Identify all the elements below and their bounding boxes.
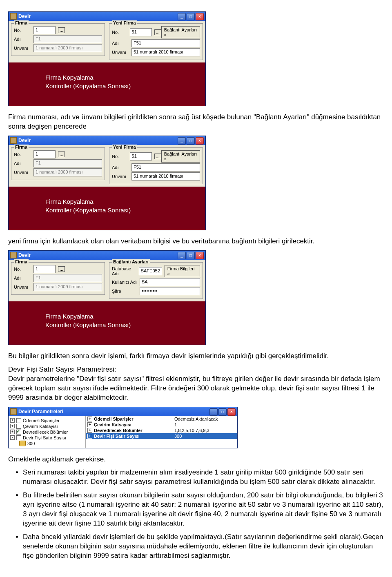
maximize-button[interactable]: □ [218, 408, 227, 416]
kul-input[interactable]: SA [140, 278, 200, 286]
checkbox-icon[interactable] [16, 435, 21, 440]
yadi-label: Adı [112, 165, 131, 170]
adi-input: F1 [33, 35, 102, 43]
param-label: Ödemeli Siparişler [94, 417, 174, 421]
expand-icon[interactable]: + [87, 428, 92, 433]
tree-label: Devir Fişi Satır Sayısı [23, 435, 66, 440]
maroon-line-1: Firma Kopyalama [45, 74, 201, 81]
list-item-3: Daha önceki yıllardaki devir işlemleri d… [23, 532, 384, 561]
unvani-label: Unvanı [14, 285, 33, 290]
sifre-label: Şifre [112, 289, 140, 294]
close-button[interactable]: × [196, 137, 204, 145]
minimize-button[interactable]: _ [209, 408, 218, 416]
tree-label: 300 [27, 441, 35, 446]
kul-label: Kullanıcı Adı [112, 280, 140, 285]
no-picker-button[interactable]: ... [58, 27, 65, 33]
firma-fieldset: Firma No.1... AdıF1 Unvanı1 numaralı 200… [11, 147, 105, 180]
param-value: 1,8,2,5,10,7,6,9,3 [174, 428, 236, 433]
paragraph-4-title: Devir Fişi Satır Sayısı Parametresi: [8, 365, 384, 374]
paragraph-4-body: Devir parametrelerine "Devir fişi satır … [8, 374, 384, 403]
no-label: No. [14, 152, 33, 157]
yunvani-label: Unvanı [112, 50, 131, 55]
yadi-input[interactable]: F51 [131, 39, 200, 47]
titlebar-params[interactable]: Devir Parametreleri _ □ × [9, 407, 237, 416]
maximize-button[interactable]: □ [187, 252, 195, 259]
maroon-line-1: Firma Kopyalama [45, 198, 201, 205]
baglanti-fieldset: Bağlantı Ayarları Database AdıSAFE052Fir… [109, 262, 203, 299]
expand-icon[interactable]: + [10, 418, 15, 423]
baglanti-ayarlari-button[interactable]: Bağlantı Ayarları » [161, 26, 200, 38]
param-row-bolumler[interactable]: +Devredilecek Bölümler1,8,2,5,10,7,6,9,3 [86, 428, 237, 433]
titlebar-3[interactable]: Devir _ □ × [9, 251, 205, 260]
firma-legend: Firma [14, 145, 29, 149]
close-button[interactable]: × [227, 408, 236, 416]
title-text: Devir [18, 252, 31, 258]
list-item-1: Seri numarası takibi yapılan bir malzeme… [23, 468, 384, 487]
expand-icon[interactable]: + [87, 422, 92, 427]
baglanti-ayarlari-button[interactable]: Bağlantı Ayarları » [161, 150, 200, 163]
db-input[interactable]: SAFE052 [139, 267, 162, 275]
title-text: Devir [18, 138, 31, 143]
minimize-button[interactable]: _ [178, 137, 186, 145]
no-picker-button[interactable]: ... [58, 151, 65, 157]
firma-legend: Firma [14, 259, 29, 264]
yno-picker-button[interactable]: ... [154, 154, 161, 159]
yadi-input[interactable]: F51 [131, 163, 200, 172]
adi-label: Adı [14, 37, 33, 42]
tree-item-satir-sayisi[interactable]: -Devir Fişi Satır Sayısı [10, 435, 84, 441]
tree-item-devredilecek[interactable]: +Devredilecek Bölümler [10, 429, 84, 435]
devir-window-2: Devir _ □ × Firma No.1... AdıF1 Unvanı1 … [8, 136, 206, 230]
expand-icon[interactable]: + [10, 424, 15, 428]
tree-item-cevirim[interactable]: +Çevirim Katsayısı [10, 423, 84, 429]
no-input[interactable]: 1 [33, 150, 56, 158]
devir-parametreleri-window: Devir Parametreleri _ □ × +Ödemeli Sipar… [8, 407, 238, 448]
yno-label: No. [112, 154, 130, 159]
sifre-input[interactable]: •••••••••• [140, 287, 200, 295]
close-button[interactable]: × [196, 252, 204, 259]
tree-value-300[interactable]: 300 [10, 441, 84, 446]
tree-item-odemeli[interactable]: +Ödemeli Siparişler [10, 418, 84, 423]
checkbox-icon[interactable] [16, 424, 21, 429]
maroon-line-2: Kontroller (Kopyalama Sonrası) [45, 82, 201, 89]
yno-input[interactable]: 51 [130, 28, 152, 36]
param-row-satir-sayisi[interactable]: +Devir Fişi Satır Sayısı300 [86, 433, 237, 439]
yno-input[interactable]: 51 [130, 152, 152, 160]
adi-input: F1 [33, 274, 102, 282]
yeni-firma-legend: Yeni Firma [112, 145, 137, 149]
titlebar-2[interactable]: Devir _ □ × [9, 136, 205, 145]
app-icon [10, 408, 17, 415]
expand-icon[interactable]: + [10, 430, 15, 434]
yunvani-label: Unvanı [112, 174, 131, 179]
yunvani-input[interactable]: 51 numaralı 2010 firması [131, 172, 200, 180]
close-button[interactable]: × [196, 13, 204, 20]
unvani-input: 1 numaralı 2009 firması [33, 44, 102, 52]
maroon-panel-1: Firma Kopyalama Kontroller (Kopyalama So… [9, 62, 205, 106]
expand-icon[interactable]: + [87, 417, 92, 421]
no-picker-button[interactable]: ... [58, 266, 65, 272]
title-text: Devir [18, 13, 31, 19]
minimize-button[interactable]: _ [178, 13, 186, 20]
titlebar-1[interactable]: Devir _ □ × [9, 12, 205, 21]
firma-fieldset: Firma No.1... AdıF1 Unvanı1 numaralı 200… [11, 262, 105, 295]
maximize-button[interactable]: □ [187, 137, 195, 145]
list-item-2: Bu filtrede belirtilen satır sayısı okun… [23, 491, 384, 528]
ornekler-heading: Örneklerle açıklamak gerekirse. [8, 455, 384, 464]
yno-label: No. [112, 30, 130, 35]
no-input[interactable]: 1 [33, 265, 56, 273]
checkbox-icon[interactable] [16, 430, 21, 434]
param-row-cevirim[interactable]: +Çevirim Katsayısı1 [86, 422, 237, 428]
expand-icon[interactable]: + [87, 434, 92, 439]
yunvani-input[interactable]: 51 numaralı 2010 firması [131, 48, 200, 56]
checkbox-icon[interactable] [16, 418, 21, 423]
no-input[interactable]: 1 [33, 26, 56, 34]
title-text: Devir Parametreleri [18, 409, 63, 414]
param-row-odemeli[interactable]: +Ödemeli SiparişlerÖdemesiz Aktarılacak [86, 416, 237, 422]
maximize-button[interactable]: □ [187, 13, 195, 20]
no-label: No. [14, 28, 33, 33]
unvani-input: 1 numaralı 2009 firması [33, 283, 102, 291]
collapse-icon[interactable]: - [10, 435, 15, 440]
minimize-button[interactable]: _ [178, 252, 186, 259]
firma-bilgileri-button[interactable]: Firma Bilgileri » [165, 265, 200, 277]
yno-picker-button[interactable]: ... [154, 29, 161, 35]
paragraph-3: Bu bilgiler girildikten sonra devir işle… [8, 352, 384, 361]
